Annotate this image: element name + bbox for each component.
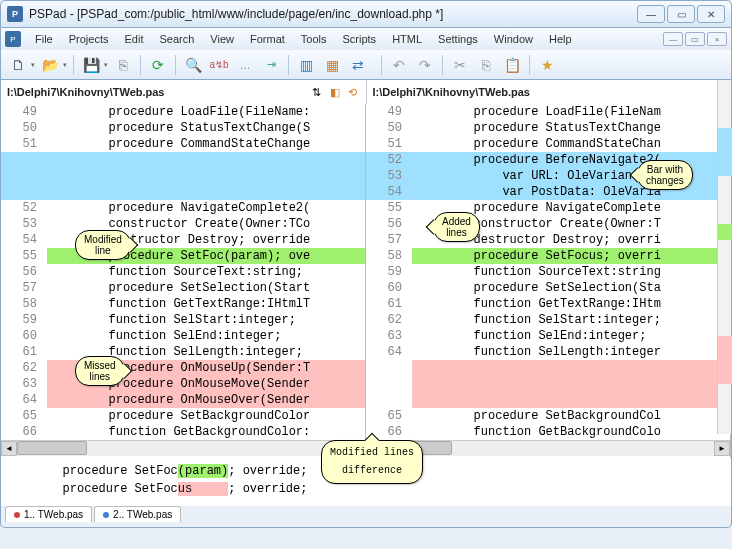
code-line[interactable]: 62 procedure OnMouseUp(Sender:T	[1, 360, 365, 376]
code-line[interactable]: 63 function SelEnd:integer;	[366, 328, 730, 344]
menu-html[interactable]: HTML	[384, 31, 430, 47]
gutter: 50	[1, 120, 47, 136]
code-line[interactable]: 50 procedure StatusTextChange	[366, 120, 730, 136]
code-line[interactable]: 49 procedure LoadFile(FileName:	[1, 104, 365, 120]
tab-file-1[interactable]: 1.. TWeb.pas	[5, 506, 92, 522]
gutter: 57	[366, 232, 412, 248]
code-line[interactable]	[366, 360, 730, 376]
code-line[interactable]: 57 destructor Destroy; overri	[366, 232, 730, 248]
gutter	[366, 376, 412, 392]
copy-button[interactable]: ⎘	[475, 54, 497, 76]
code-line[interactable]: 61 function SelLength:integer;	[1, 344, 365, 360]
code-line[interactable]: 60 function SelEnd:integer;	[1, 328, 365, 344]
menu-projects[interactable]: Projects	[61, 31, 117, 47]
code-line[interactable]: 55 procedure SetFoc(param); ove	[1, 248, 365, 264]
code-line[interactable]	[366, 392, 730, 408]
menu-window[interactable]: Window	[486, 31, 541, 47]
menu-file[interactable]: File	[27, 31, 61, 47]
code-line[interactable]: 60 procedure SetSelection(Sta	[366, 280, 730, 296]
code-content	[412, 376, 730, 392]
code-line[interactable]: 50 procedure StatusTextChange(S	[1, 120, 365, 136]
mdi-close-button[interactable]: ×	[707, 32, 727, 46]
goto-button[interactable]: ⇥	[260, 54, 282, 76]
code-line[interactable]: 58 procedure SetFocus; overri	[366, 248, 730, 264]
mdi-restore-button[interactable]: ▭	[685, 32, 705, 46]
menu-settings[interactable]: Settings	[430, 31, 486, 47]
code-line[interactable]: 59 function SelStart:integer;	[1, 312, 365, 328]
refresh-button[interactable]: ⟳	[147, 54, 169, 76]
code-line[interactable]	[1, 152, 365, 168]
menu-format[interactable]: Format	[242, 31, 293, 47]
cut-button[interactable]: ✂	[449, 54, 471, 76]
code-line[interactable]: 59 function SourceText:string	[366, 264, 730, 280]
code-content: procedure LoadFile(FileNam	[412, 104, 730, 120]
paste-button[interactable]: 📋	[501, 54, 523, 76]
code-line[interactable]: 64 procedure OnMouseOver(Sender	[1, 392, 365, 408]
menu-tools[interactable]: Tools	[293, 31, 335, 47]
code-line[interactable]: 54 destructor Destroy; override	[1, 232, 365, 248]
gutter: 62	[366, 312, 412, 328]
tab-file-2[interactable]: 2.. TWeb.pas	[94, 506, 181, 522]
sync-button[interactable]: ⇄	[347, 54, 369, 76]
compare-icon[interactable]: ◧	[328, 85, 342, 99]
code-content	[47, 184, 365, 200]
undo-button[interactable]: ↶	[388, 54, 410, 76]
change-marker-bar[interactable]	[717, 80, 731, 434]
code-line[interactable]: 63 procedure OnMouseMove(Sender	[1, 376, 365, 392]
code-line[interactable]: 61 function GetTextRange:IHtm	[366, 296, 730, 312]
refresh-compare-icon[interactable]: ⟲	[346, 85, 360, 99]
minimize-button[interactable]: —	[637, 5, 665, 23]
code-line[interactable]: 66 function GetBackgroundColor:	[1, 424, 365, 440]
code-content: function SelEnd:integer;	[47, 328, 365, 344]
code-line[interactable]: 64 function SelLength:integer	[366, 344, 730, 360]
search-button[interactable]: 🔍	[182, 54, 204, 76]
code-line[interactable]: 65 procedure SetBackgroundColor	[1, 408, 365, 424]
diff-button[interactable]: ▦	[321, 54, 343, 76]
compare-button[interactable]: ▥	[295, 54, 317, 76]
code-line[interactable]	[1, 168, 365, 184]
scrollbar-h-left[interactable]: ◄►	[1, 440, 365, 456]
replace-button[interactable]: a↯b	[208, 54, 230, 76]
gutter: 60	[366, 280, 412, 296]
left-editor[interactable]: 49 procedure LoadFile(FileName:50 proced…	[1, 104, 366, 458]
sync-scroll-icon[interactable]: ⇅	[310, 85, 324, 99]
code-line[interactable]: 51 procedure CommandStateChange	[1, 136, 365, 152]
code-line[interactable]: 58 function GetTextRange:IHtmlT	[1, 296, 365, 312]
code-line[interactable]: 65 procedure SetBackgroundCol	[366, 408, 730, 424]
code-line[interactable]: 51 procedure CommandStateChan	[366, 136, 730, 152]
code-line[interactable]: 66 function GetBackgroundColo	[366, 424, 730, 440]
menu-search[interactable]: Search	[151, 31, 202, 47]
code-line[interactable]: 62 function SelStart:integer;	[366, 312, 730, 328]
callout-missed-lines: Missedlines	[75, 356, 125, 386]
code-content: procedure CommandStateChan	[412, 136, 730, 152]
code-line[interactable]: 55 procedure NavigateComplete	[366, 200, 730, 216]
save-all-button[interactable]: ⎘	[112, 54, 134, 76]
gutter: 63	[366, 328, 412, 344]
code-line[interactable]: 56 constructor Create(Owner:T	[366, 216, 730, 232]
save-button[interactable]: 💾	[80, 54, 102, 76]
maximize-button[interactable]: ▭	[667, 5, 695, 23]
menu-view[interactable]: View	[202, 31, 242, 47]
code-content: procedure StatusTextChange(S	[47, 120, 365, 136]
code-line[interactable]: 56 function SourceText:string;	[1, 264, 365, 280]
close-button[interactable]: ✕	[697, 5, 725, 23]
new-file-button[interactable]: 🗋	[7, 54, 29, 76]
code-line[interactable]: 49 procedure LoadFile(FileNam	[366, 104, 730, 120]
menu-edit[interactable]: Edit	[116, 31, 151, 47]
code-line[interactable]: 53 constructor Create(Owner:TCo	[1, 216, 365, 232]
open-file-button[interactable]: 📂	[39, 54, 61, 76]
gutter: 61	[366, 296, 412, 312]
code-content: procedure SetSelection(Sta	[412, 280, 730, 296]
menu-scripts[interactable]: Scripts	[335, 31, 385, 47]
callout-bar-changes: Bar withchanges	[637, 160, 693, 190]
code-line[interactable]	[1, 184, 365, 200]
redo-button[interactable]: ↷	[414, 54, 436, 76]
find-next-button[interactable]: …	[234, 54, 256, 76]
mdi-minimize-button[interactable]: —	[663, 32, 683, 46]
menu-help[interactable]: Help	[541, 31, 580, 47]
code-line[interactable]	[366, 376, 730, 392]
right-editor[interactable]: 49 procedure LoadFile(FileNam50 procedur…	[366, 104, 731, 458]
code-line[interactable]: 52 procedure NavigateComplete2(	[1, 200, 365, 216]
bookmark-button[interactable]: ★	[536, 54, 558, 76]
code-line[interactable]: 57 procedure SetSelection(Start	[1, 280, 365, 296]
